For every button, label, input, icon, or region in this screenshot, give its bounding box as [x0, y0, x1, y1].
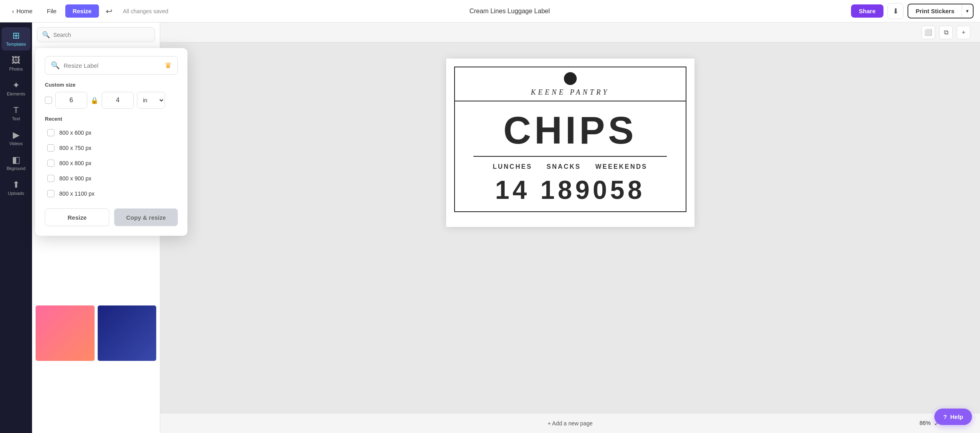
sidebar-background-label: Bkground [6, 166, 25, 171]
sidebar-text-label: Text [12, 116, 20, 121]
file-label: File [47, 8, 56, 14]
file-button[interactable]: File [41, 5, 62, 17]
sidebar-item-elements[interactable]: ✦ Elements [2, 77, 30, 100]
sidebar-item-text[interactable]: T Text [2, 102, 30, 125]
print-label: Print Stickers [916, 8, 954, 14]
videos-icon: ▶ [13, 131, 20, 140]
zoom-percent: 86% [920, 420, 931, 426]
height-input[interactable] [102, 92, 134, 109]
text-icon: T [13, 106, 18, 115]
sidebar-item-background[interactable]: ◧ Bkground [2, 152, 30, 175]
sidebar-elements-label: Elements [7, 91, 25, 96]
help-label: Help [950, 413, 963, 420]
recent-text-4: 800 x 1100 px [59, 190, 95, 197]
label-numbers: 14 189058 [495, 175, 645, 205]
resize-buttons: Resize Copy & resize [45, 208, 178, 226]
label-subtitles: LUNCHES SNACKS WEEEKENDS [493, 163, 647, 170]
print-dropdown-button[interactable]: ▾ [962, 5, 973, 17]
recent-checkbox-2[interactable] [47, 160, 54, 167]
resize-button[interactable]: Resize [65, 4, 99, 18]
download-button[interactable]: ⬇ [887, 3, 904, 19]
sidebar: ⊞ Templates 🖼 Photos ✦ Elements T Text ▶… [0, 22, 32, 433]
background-icon: ◧ [12, 156, 20, 164]
recent-item-2[interactable]: 800 x 800 px [45, 156, 178, 170]
width-input[interactable] [55, 92, 87, 109]
template-thumb-5[interactable] [35, 305, 95, 361]
templates-search-bar: 🔍 [32, 22, 160, 47]
share-label: Share [859, 8, 876, 14]
recent-item-4[interactable]: 800 x 1100 px [45, 187, 178, 200]
elements-icon: ✦ [12, 81, 20, 90]
recent-item-1[interactable]: 800 x 750 px [45, 141, 178, 155]
recent-text-0: 800 x 600 px [59, 129, 91, 136]
undo-button[interactable]: ↩ [102, 4, 117, 18]
template-thumb-6[interactable] [97, 305, 157, 361]
crown-icon: ♛ [165, 61, 172, 70]
add-page-button[interactable]: + Add a new page [540, 417, 600, 430]
resize-search-icon: 🔍 [51, 61, 60, 70]
recent-list: 800 x 600 px 800 x 750 px 800 x 800 px 8… [45, 126, 178, 200]
label-main: CHIPS LUNCHES SNACKS WEEEKENDS 14 189058 [455, 101, 686, 211]
sidebar-photos-label: Photos [9, 67, 23, 71]
chevron-down-icon: ▾ [966, 8, 969, 14]
uploads-icon: ⬆ [12, 180, 20, 189]
label-container: KEENE PANTRY CHIPS LUNCHES SNACKS WEEEKE… [454, 67, 686, 212]
label-subtitle-2: WEEEKENDS [595, 163, 647, 170]
copy-icon: ⧉ [944, 29, 948, 36]
unit-select[interactable]: in px cm mm [137, 92, 165, 109]
sidebar-item-photos[interactable]: 🖼 Photos [2, 52, 30, 75]
canvas-toolbar: ⬜ ⧉ + [160, 22, 980, 42]
custom-size-checkbox[interactable] [45, 97, 52, 104]
copy-resize-button[interactable]: Copy & resize [114, 208, 178, 226]
chevron-left-icon: ‹ [12, 8, 14, 14]
resize-label: Resize [72, 8, 92, 14]
custom-size-row: 🔒 in px cm mm [45, 92, 178, 109]
print-main-button[interactable]: Print Stickers [908, 4, 962, 18]
print-stickers-button[interactable]: Print Stickers ▾ [908, 4, 974, 18]
canvas-document: KEENE PANTRY CHIPS LUNCHES SNACKS WEEEKE… [446, 59, 694, 227]
help-button[interactable]: ? Help [934, 409, 972, 425]
copy-button[interactable]: ⧉ [939, 26, 953, 39]
recent-text-2: 800 x 800 px [59, 160, 91, 166]
recent-checkbox-4[interactable] [47, 190, 54, 197]
recent-checkbox-1[interactable] [47, 144, 54, 152]
share-button[interactable]: Share [851, 4, 884, 18]
resize-search-input[interactable] [64, 62, 161, 69]
resize-search-row: 🔍 ♛ [45, 56, 178, 75]
save-status: All changes saved [123, 8, 169, 14]
recent-checkbox-3[interactable] [47, 175, 54, 182]
label-subtitle-0: LUNCHES [493, 163, 532, 170]
lock-icon: 🔒 [91, 97, 99, 104]
undo-icon: ↩ [106, 6, 113, 16]
download-icon: ⬇ [893, 7, 899, 16]
resize-only-button[interactable]: Resize [45, 208, 109, 226]
home-button[interactable]: ‹ Home [6, 5, 38, 17]
label-circle [564, 72, 577, 85]
search-input[interactable] [53, 32, 150, 38]
label-top-row: KEENE PANTRY [455, 67, 686, 101]
sidebar-item-uploads[interactable]: ⬆ Uploads [2, 176, 30, 200]
label-divider [473, 156, 666, 157]
desktop-icon: ⬜ [924, 28, 932, 36]
desktop-view-button[interactable]: ⬜ [922, 26, 935, 39]
search-icon: 🔍 [42, 31, 50, 38]
home-label: Home [16, 8, 32, 14]
recent-item-0[interactable]: 800 x 600 px [45, 126, 178, 140]
sidebar-item-videos[interactable]: ▶ Videos [2, 127, 30, 150]
sidebar-templates-label: Templates [6, 42, 26, 47]
sidebar-item-templates[interactable]: ⊞ Templates [2, 27, 30, 51]
canvas-area: ⬜ ⧉ + KEENE PANTRY [160, 22, 980, 433]
recent-checkbox-0[interactable] [47, 129, 54, 136]
document-title: Cream Lines Luggage Label [469, 8, 550, 14]
label-big-text: CHIPS [503, 111, 637, 150]
plus-icon: + [962, 29, 965, 36]
resize-modal: 🔍 ♛ Custom size 🔒 in px cm mm [35, 48, 187, 236]
help-icon: ? [943, 413, 947, 420]
canvas-wrapper: KEENE PANTRY CHIPS LUNCHES SNACKS WEEEKE… [160, 42, 980, 413]
recent-item-3[interactable]: 800 x 900 px [45, 172, 178, 185]
photos-icon: 🖼 [12, 56, 20, 65]
label-title: KEENE PANTRY [531, 88, 610, 97]
add-element-button[interactable]: + [957, 26, 970, 39]
add-page-label: + Add a new page [547, 420, 593, 427]
recent-text-1: 800 x 750 px [59, 145, 91, 151]
